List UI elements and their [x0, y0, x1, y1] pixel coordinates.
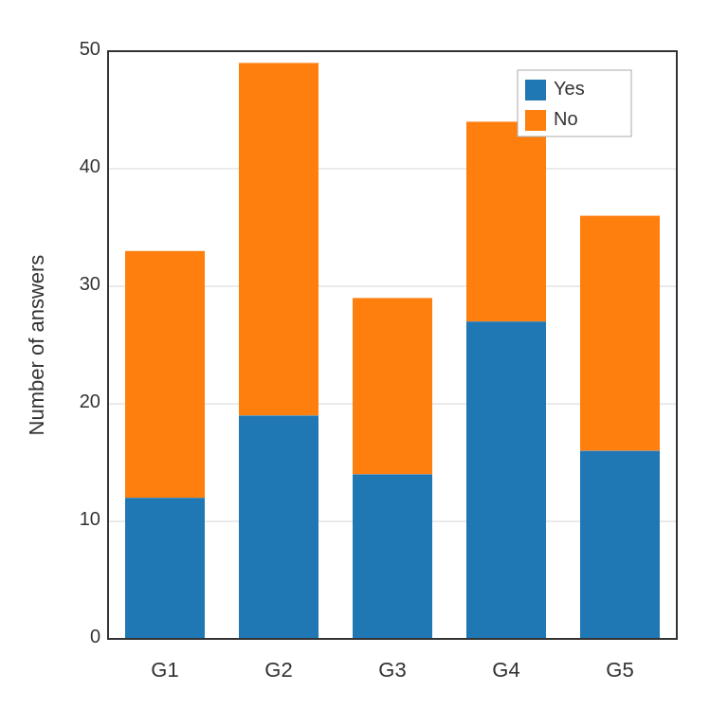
svg-text:0: 0: [90, 626, 100, 646]
svg-rect-14: [125, 498, 205, 639]
svg-text:20: 20: [80, 391, 100, 411]
svg-rect-32: [525, 110, 546, 131]
svg-rect-23: [466, 321, 546, 639]
svg-text:40: 40: [80, 155, 100, 176]
svg-rect-25: [580, 216, 660, 451]
svg-rect-26: [580, 451, 660, 639]
svg-text:Yes: Yes: [554, 78, 585, 99]
svg-rect-17: [239, 415, 318, 639]
svg-text:G1: G1: [151, 658, 178, 682]
svg-text:30: 30: [80, 273, 100, 294]
svg-text:G5: G5: [606, 658, 633, 682]
svg-rect-16: [239, 63, 318, 415]
svg-rect-13: [125, 251, 205, 498]
svg-rect-19: [353, 298, 432, 474]
chart-container: 01020304050G1G2G3G4G5Number of answersYe…: [23, 23, 705, 705]
svg-rect-20: [353, 474, 432, 639]
svg-text:G3: G3: [378, 658, 406, 682]
svg-text:50: 50: [80, 38, 100, 59]
svg-text:G2: G2: [264, 658, 292, 682]
svg-rect-30: [525, 80, 546, 100]
svg-rect-22: [466, 121, 546, 321]
svg-text:Number of answers: Number of answers: [25, 255, 48, 436]
svg-text:No: No: [554, 108, 578, 129]
svg-text:10: 10: [80, 508, 100, 529]
svg-text:G4: G4: [492, 658, 519, 682]
